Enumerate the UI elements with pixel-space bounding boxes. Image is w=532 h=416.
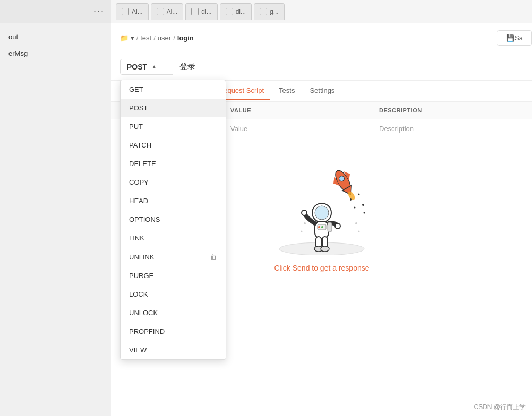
method-option-put[interactable]: PUT bbox=[121, 117, 226, 136]
request-name: 登录 bbox=[179, 62, 195, 72]
svg-point-19 bbox=[335, 223, 340, 229]
tab-settings[interactable]: Settings bbox=[303, 82, 341, 100]
sidebar-item-ermsg[interactable]: erMsg bbox=[0, 45, 111, 62]
method-option-view[interactable]: VIEW bbox=[121, 341, 226, 359]
watermark: CSDN @行而上学 bbox=[474, 403, 526, 412]
sidebar-content: out erMsg bbox=[0, 23, 111, 67]
method-option-patch[interactable]: PATCH bbox=[121, 136, 226, 154]
sidebar-item-out[interactable]: out bbox=[0, 29, 111, 45]
tab-1[interactable]: Al... bbox=[151, 3, 184, 20]
method-option-link[interactable]: LINK bbox=[121, 229, 226, 247]
method-option-propfind[interactable]: PROPFIND bbox=[121, 322, 226, 341]
tab-label-0: Al... bbox=[132, 8, 143, 15]
request-header: 📁 ▾ / test / user / login 💾 Sa bbox=[111, 23, 532, 53]
col-header-description: DESCRIPTION bbox=[375, 102, 524, 119]
method-option-get[interactable]: GET bbox=[121, 80, 226, 99]
breadcrumb: 📁 ▾ / test / user / login bbox=[120, 34, 524, 42]
click-send-label: Click Send to get a response bbox=[274, 264, 370, 272]
method-option-unlock[interactable]: UNLOCK bbox=[121, 304, 226, 322]
breadcrumb-login: login bbox=[177, 34, 194, 42]
method-dropdown: GET POST PUT PATCH DELETE COPY HEAD OPTI… bbox=[120, 80, 226, 360]
svg-point-8 bbox=[354, 207, 356, 209]
method-option-lock[interactable]: LOCK bbox=[121, 285, 226, 304]
method-option-unlink[interactable]: UNLINK 🗑 bbox=[121, 247, 226, 266]
save-button[interactable]: 💾 Sa bbox=[497, 30, 532, 46]
tabs-bar: Al... Al... dl... dl... g... bbox=[111, 0, 532, 23]
tab-4[interactable]: g... bbox=[254, 3, 285, 20]
chevron-up-icon: ▲ bbox=[151, 64, 157, 70]
method-option-head[interactable]: HEAD bbox=[121, 192, 226, 210]
method-label: POST bbox=[127, 63, 147, 71]
svg-point-27 bbox=[355, 222, 357, 224]
url-bar: POST ▲ 登录 bbox=[111, 53, 532, 81]
method-option-post[interactable]: POST bbox=[121, 99, 226, 117]
svg-point-7 bbox=[358, 194, 360, 195]
svg-point-6 bbox=[350, 198, 352, 201]
svg-point-13 bbox=[315, 206, 329, 220]
col-header-value: VALUE bbox=[226, 102, 375, 119]
tab-tests[interactable]: Tests bbox=[272, 82, 301, 100]
tab-0[interactable]: Al... bbox=[116, 3, 149, 20]
astronaut-illustration bbox=[274, 170, 370, 255]
sidebar: ··· out erMsg bbox=[0, 0, 111, 416]
tab-label-4: g... bbox=[270, 8, 279, 15]
tab-icon-0 bbox=[122, 8, 129, 15]
tab-label-3: dl... bbox=[236, 8, 246, 15]
cell-description-0[interactable]: Description bbox=[375, 119, 524, 138]
sidebar-header: ··· bbox=[0, 0, 111, 23]
svg-point-17 bbox=[321, 226, 323, 228]
sidebar-menu-dots[interactable]: ··· bbox=[93, 6, 105, 17]
tab-label-2: dl... bbox=[201, 8, 211, 15]
breadcrumb-folder[interactable]: 📁 ▾ bbox=[120, 34, 134, 42]
breadcrumb-sep-3: / bbox=[173, 34, 175, 42]
method-option-delete[interactable]: DELETE bbox=[121, 154, 226, 173]
svg-point-18 bbox=[302, 210, 307, 215]
tab-2[interactable]: dl... bbox=[185, 3, 217, 20]
svg-point-26 bbox=[301, 231, 303, 232]
tab-label-1: Al... bbox=[167, 8, 178, 15]
svg-rect-24 bbox=[328, 222, 332, 232]
svg-point-10 bbox=[364, 212, 365, 214]
svg-point-28 bbox=[358, 231, 360, 232]
method-option-unlink-label: UNLINK bbox=[129, 253, 155, 261]
breadcrumb-user[interactable]: user bbox=[158, 34, 171, 42]
method-selector[interactable]: POST ▲ bbox=[120, 59, 173, 75]
svg-point-16 bbox=[318, 226, 320, 228]
breadcrumb-test[interactable]: test bbox=[140, 34, 151, 42]
breadcrumb-sep-1: / bbox=[136, 34, 139, 42]
tab-icon-2 bbox=[191, 8, 199, 15]
svg-point-9 bbox=[362, 204, 364, 206]
method-option-purge[interactable]: PURGE bbox=[121, 266, 226, 285]
method-option-copy[interactable]: COPY bbox=[121, 173, 226, 192]
trash-icon[interactable]: 🗑 bbox=[210, 253, 217, 261]
breadcrumb-sep-2: / bbox=[153, 34, 156, 42]
cell-value-0[interactable]: Value bbox=[226, 119, 375, 138]
method-option-options[interactable]: OPTIONS bbox=[121, 210, 226, 229]
svg-point-23 bbox=[321, 246, 329, 252]
tab-icon-4 bbox=[260, 8, 267, 15]
svg-point-25 bbox=[304, 222, 306, 224]
tab-icon-1 bbox=[157, 8, 164, 15]
tab-3[interactable]: dl... bbox=[220, 3, 252, 20]
tab-icon-3 bbox=[226, 8, 233, 15]
